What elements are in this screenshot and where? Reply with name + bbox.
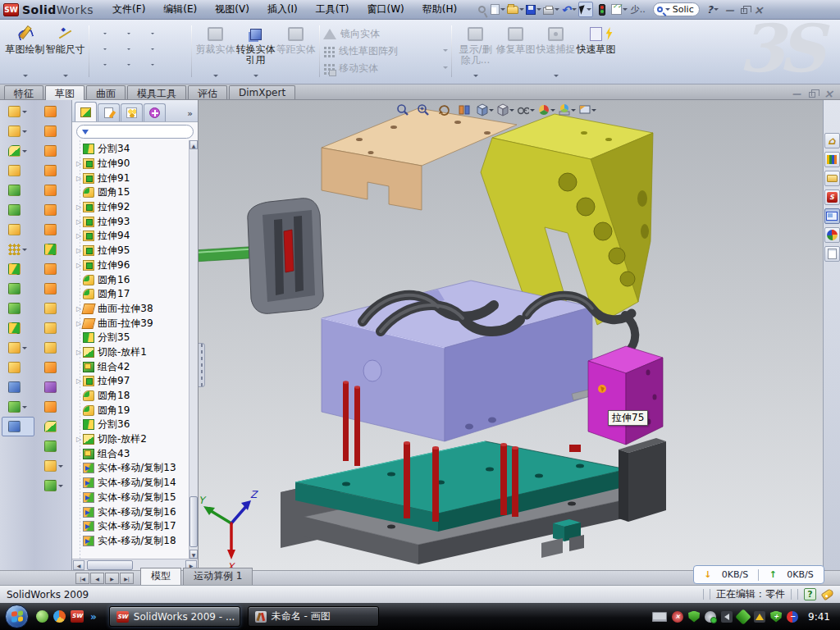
- file-explorer-icon[interactable]: [824, 171, 840, 186]
- tree-item[interactable]: 拉伸95: [75, 244, 188, 258]
- curve-icon[interactable]: [2, 397, 34, 417]
- tree-item[interactable]: 圆角19: [75, 403, 188, 418]
- hole-wizard-icon[interactable]: [2, 220, 34, 240]
- text[interactable]: [164, 41, 188, 57]
- tree-item[interactable]: 实体-移动/复制18: [75, 534, 188, 549]
- swept-boss-icon[interactable]: [2, 161, 34, 180]
- ribbon-row-button[interactable]: 移动实体: [323, 62, 448, 75]
- expand-arrow-icon[interactable]: [75, 218, 83, 226]
- search-dropdown-icon[interactable]: [665, 8, 670, 13]
- expand-arrow-icon[interactable]: [75, 175, 83, 182]
- tree-item[interactable]: 曲面-拉伸39: [75, 316, 188, 331]
- taskbar-button-solidworks[interactable]: SW SolidWorks 2009 - ...: [109, 606, 240, 627]
- rect[interactable]: [93, 41, 116, 57]
- command-tab[interactable]: 特征: [4, 85, 43, 99]
- 视图(V)[interactable]: 视图(V): [206, 0, 258, 19]
- hide-show-icon[interactable]: [517, 102, 535, 118]
- tree-item[interactable]: 圆角17: [75, 287, 188, 302]
- pin-icon[interactable]: [474, 2, 489, 17]
- volume-icon[interactable]: [721, 611, 733, 623]
- axis-icon[interactable]: [2, 377, 34, 397]
- 窗口(W)[interactable]: 窗口(W): [358, 0, 413, 19]
- tags-icon[interactable]: [821, 588, 835, 600]
- expand-arrow-icon[interactable]: [75, 160, 83, 167]
- minimize-icon[interactable]: [725, 4, 734, 16]
- warning-icon[interactable]: [754, 611, 765, 623]
- dome-icon[interactable]: [37, 377, 70, 397]
- doc-close-icon[interactable]: [824, 87, 833, 100]
- tree-item[interactable]: 曲面-拉伸38: [75, 302, 188, 317]
- tree-item[interactable]: 拉伸93: [75, 214, 188, 229]
- display-style-icon[interactable]: [496, 102, 514, 118]
- print-icon[interactable]: [543, 2, 559, 17]
- reference-geometry-icon[interactable]: [2, 338, 34, 358]
- start-button[interactable]: [5, 605, 29, 628]
- spline[interactable]: [140, 25, 164, 41]
- command-tab[interactable]: 评估: [188, 85, 227, 99]
- zoom-area-icon[interactable]: [414, 102, 432, 118]
- swept-cut-icon[interactable]: [37, 141, 70, 161]
- antivirus-icon[interactable]: [688, 611, 700, 623]
- tree-item[interactable]: 组合43: [75, 446, 188, 461]
- view-palette-icon[interactable]: [824, 208, 840, 224]
- scroll-thumb[interactable]: [189, 496, 198, 547]
- expand-arrow-icon[interactable]: [75, 349, 83, 356]
- expand-arrow-icon[interactable]: [75, 436, 83, 443]
- circle[interactable]: [116, 25, 140, 41]
- 工具(T)[interactable]: 工具(T): [307, 0, 358, 19]
- tree-item[interactable]: 实体-移动/复制14: [75, 476, 188, 491]
- expand-arrow-icon[interactable]: [75, 247, 83, 254]
- arc[interactable]: [116, 41, 140, 57]
- line[interactable]: [93, 25, 116, 41]
- ribbon-button[interactable]: 快速草图: [576, 24, 616, 80]
- previous[interactable]: [90, 573, 104, 584]
- tree-item[interactable]: 圆角15: [75, 185, 188, 200]
- design-checker-icon[interactable]: ✓✓: [611, 2, 628, 17]
- boundary-boss-icon[interactable]: [2, 200, 34, 220]
- featuremanager-icon[interactable]: [75, 102, 97, 121]
- tree-item[interactable]: 拉伸97: [75, 374, 188, 389]
- health-icon[interactable]: +: [770, 611, 782, 623]
- revolved-boss-icon[interactable]: [37, 102, 70, 121]
- next[interactable]: [105, 573, 119, 584]
- quick-launch-overflow[interactable]: »: [89, 611, 98, 623]
- expand-arrow-icon[interactable]: [75, 262, 83, 269]
- first[interactable]: [75, 573, 89, 584]
- quick-tips-icon[interactable]: ?: [804, 588, 816, 600]
- bend-icon[interactable]: [37, 279, 70, 299]
- scroll-up-icon[interactable]: ▲: [189, 140, 198, 149]
- study-tab[interactable]: 模型: [140, 568, 181, 585]
- search-input[interactable]: Solic: [653, 2, 700, 16]
- rib-icon[interactable]: [37, 338, 70, 358]
- wrap-icon[interactable]: [37, 358, 70, 377]
- flex-icon[interactable]: [37, 180, 70, 200]
- tree-filter-input[interactable]: [76, 125, 194, 139]
- 编辑(E)[interactable]: 编辑(E): [154, 0, 206, 19]
- instant3d-icon[interactable]: [2, 417, 34, 436]
- tree-item[interactable]: 实体-移动/复制17: [75, 519, 188, 534]
- slot[interactable]: [93, 57, 116, 72]
- appearance-icon[interactable]: [537, 102, 555, 118]
- scene-icon[interactable]: [558, 102, 576, 118]
- security-alert-icon[interactable]: ×: [672, 611, 683, 623]
- tree-item[interactable]: 拉伸94: [75, 229, 188, 244]
- sync-icon[interactable]: [735, 609, 751, 625]
- ribbon-button[interactable]: 快速捕捉: [536, 24, 576, 80]
- expand-arrow-icon[interactable]: [75, 377, 83, 385]
- extruded-boss-icon[interactable]: [2, 102, 34, 121]
- toolbar-overflow[interactable]: 少..: [629, 3, 647, 16]
- freeform-icon[interactable]: [37, 200, 70, 220]
- taskbar-button-paint[interactable]: 未命名 - 画图: [248, 606, 379, 627]
- delete-body-icon[interactable]: [37, 299, 70, 318]
- solidworks-quicklaunch-icon[interactable]: SW: [71, 610, 84, 623]
- update-icon[interactable]: [705, 611, 716, 623]
- study-tab[interactable]: 运动算例 1: [183, 568, 253, 585]
- new-document-icon[interactable]: [491, 2, 505, 17]
- ribbon-button[interactable]: 草图绘制: [5, 24, 45, 80]
- planar-surface-icon[interactable]: [37, 220, 70, 240]
- zoom-fit-icon[interactable]: [394, 102, 412, 118]
- linear-pattern-icon[interactable]: [2, 240, 34, 259]
- help-icon[interactable]: [705, 2, 720, 17]
- tree-item[interactable]: 拉伸96: [75, 258, 188, 273]
- doc-minimize-icon[interactable]: [792, 88, 801, 99]
